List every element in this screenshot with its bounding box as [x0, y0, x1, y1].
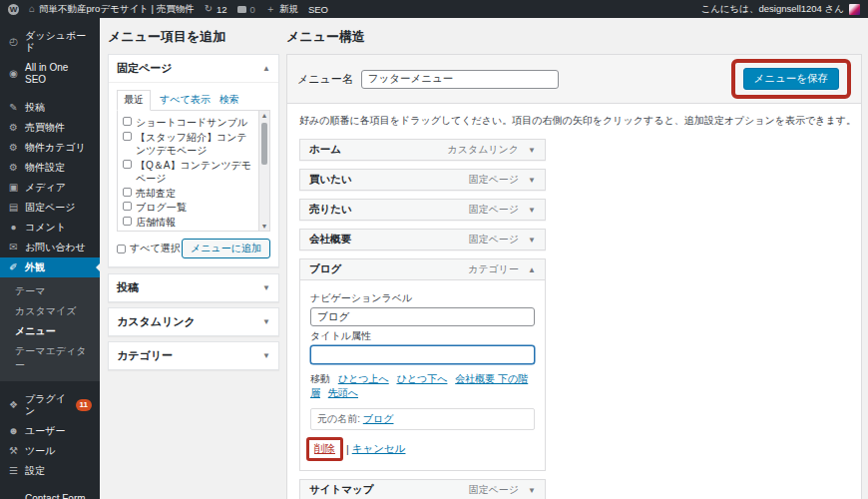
site-name-link[interactable]: ⌂ 簡単不動産proデモサイト | 売買物件	[29, 3, 195, 16]
submenu-item-theme-editor[interactable]: テーマエディター	[0, 341, 100, 375]
menu-item-company[interactable]: 会社概要 固定ページ ▼	[299, 229, 546, 250]
updates-indicator[interactable]: ↻ 12	[205, 4, 227, 15]
chevron-down-icon[interactable]: ▼	[528, 206, 536, 215]
menu-item-home[interactable]: ホーム カスタムリンク ▼	[299, 139, 546, 161]
menu-name-bar: メニュー名 メニューを保存	[287, 55, 861, 104]
add-to-menu-button[interactable]: メニューに追加	[182, 239, 270, 258]
select-all-checkbox[interactable]	[117, 245, 126, 253]
scroll-down-icon[interactable]: ▼	[259, 223, 269, 230]
comments-indicator[interactable]: 0	[237, 4, 255, 15]
menu-item-sitemap[interactable]: サイトマップ 固定ページ ▼	[299, 479, 546, 499]
pages-list-scrollbar[interactable]: ▲ ▼	[258, 111, 269, 231]
move-controls: 移動 ひとつ上へ ひとつ下へ 会社概要 下の階層 先頭へ	[310, 372, 535, 400]
menu-item-label: ブログ	[309, 262, 341, 276]
chevron-down-icon[interactable]: ▼	[262, 283, 270, 292]
checkbox[interactable]	[123, 160, 132, 169]
tab-recent[interactable]: 最近	[117, 90, 151, 111]
checkbox[interactable]	[123, 188, 132, 197]
users-icon: ☻	[8, 425, 19, 437]
custom-links-postbox[interactable]: カスタムリンク ▼	[108, 307, 279, 336]
sidebar-item-media[interactable]: ▣ メディア	[0, 178, 100, 198]
sidebar-separator	[0, 381, 100, 389]
sidebar-item-tools[interactable]: ⚒ ツール	[0, 441, 100, 461]
menu-item-sell[interactable]: 売りたい 固定ページ ▼	[299, 199, 546, 221]
checkbox[interactable]	[123, 202, 132, 211]
sidebar-item-plugins[interactable]: ❖ プラグイン 11	[0, 389, 100, 421]
user-avatar[interactable]	[849, 4, 860, 15]
gear-icon: ⚙	[8, 162, 19, 174]
title-attr-input[interactable]	[310, 345, 535, 364]
chevron-down-icon[interactable]: ▼	[528, 236, 536, 245]
checkbox[interactable]	[123, 217, 132, 226]
checkbox[interactable]	[123, 132, 132, 141]
checkbox[interactable]	[123, 117, 132, 126]
new-content-menu[interactable]: ＋ 新規	[265, 3, 298, 16]
seo-menu[interactable]: SEO	[308, 4, 328, 15]
sidebar-item-label: Contact Form DB	[25, 493, 92, 499]
sidebar-item-pages[interactable]: ▤ 固定ページ	[0, 198, 100, 218]
chevron-down-icon[interactable]: ▼	[528, 146, 536, 155]
cancel-link[interactable]: キャンセル	[352, 442, 406, 456]
add-items-title: メニュー項目を追加	[108, 28, 279, 46]
move-top-link[interactable]: 先頭へ	[328, 387, 358, 398]
gear-icon: ⚙	[8, 122, 19, 134]
posts-postbox[interactable]: 投稿 ▼	[108, 273, 279, 302]
submenu-item-customize[interactable]: カスタマイズ	[0, 301, 100, 321]
nav-label-input[interactable]	[310, 307, 535, 326]
original-name-link[interactable]: ブログ	[363, 413, 394, 424]
sidebar-item-label: コメント	[25, 222, 66, 234]
chevron-up-icon[interactable]: ▲	[262, 64, 270, 73]
sidebar-item-contact-form-db[interactable]: ⚙ Contact Form DB	[0, 489, 100, 499]
sidebar-item-users[interactable]: ☻ ユーザー	[0, 421, 100, 441]
menu-item-label: 会社概要	[309, 233, 351, 247]
menu-item-blog[interactable]: ブログ カテゴリー ▲	[299, 258, 546, 280]
sidebar-item-label: ユーザー	[25, 425, 65, 437]
sidebar-separator	[0, 481, 100, 489]
plugins-update-badge: 11	[76, 399, 92, 411]
submenu-item-themes[interactable]: テーマ	[0, 281, 100, 301]
updates-count: 12	[217, 4, 227, 15]
wordpress-logo-icon[interactable]: W	[8, 4, 19, 15]
chevron-up-icon[interactable]: ▲	[528, 265, 536, 274]
sidebar-item-dashboard[interactable]: ◴ ダッシュボード	[0, 26, 100, 58]
move-up-link[interactable]: ひとつ上へ	[338, 373, 389, 384]
chevron-down-icon[interactable]: ▼	[262, 317, 270, 326]
menu-item-type: 固定ページ	[469, 203, 519, 217]
sidebar-item-properties[interactable]: ⚙ 売買物件	[0, 118, 100, 138]
sidebar-item-appearance[interactable]: ✐ 外観	[0, 257, 100, 277]
greeting[interactable]: こんにちは、designsell1204 さん	[700, 3, 844, 16]
sidebar-item-label: 設定	[25, 465, 45, 477]
sidebar-item-posts[interactable]: ✎ 投稿	[0, 98, 100, 118]
save-menu-button[interactable]: メニューを保存	[743, 68, 839, 90]
media-icon: ▣	[8, 182, 19, 194]
sidebar-item-label: 物件カテゴリ	[25, 142, 86, 154]
sidebar-item-comments[interactable]: ● コメント	[0, 218, 100, 238]
sidebar-item-label: お問い合わせ	[25, 242, 86, 253]
new-label: 新規	[279, 3, 298, 16]
comments-count: 0	[250, 4, 255, 15]
sidebar-item-settings[interactable]: ☰ 設定	[0, 461, 100, 481]
admin-sidebar: ◴ ダッシュボード ◉ All in One SEO ✎ 投稿 ⚙ 売買物件 ⚙…	[0, 18, 100, 499]
sidebar-item-property-settings[interactable]: ⚙ 物件設定	[0, 158, 100, 178]
menu-name-input[interactable]	[361, 70, 559, 89]
scrollbar-thumb[interactable]	[261, 123, 267, 165]
move-down-link[interactable]: ひとつ下へ	[397, 373, 448, 384]
categories-postbox[interactable]: カテゴリー ▼	[108, 341, 279, 370]
menu-name-label: メニュー名	[297, 72, 353, 87]
comments-icon	[237, 6, 246, 13]
sidebar-item-property-category[interactable]: ⚙ 物件カテゴリ	[0, 138, 100, 158]
chevron-down-icon[interactable]: ▼	[528, 486, 536, 495]
sidebar-item-aioseo[interactable]: ◉ All in One SEO	[0, 58, 100, 90]
menu-item-buy[interactable]: 買いたい 固定ページ ▼	[299, 169, 546, 191]
admin-bar: W ⌂ 簡単不動産proデモサイト | 売買物件 ↻ 12 0 ＋ 新規 SEO…	[0, 0, 868, 18]
submenu-item-menus[interactable]: メニュー	[0, 321, 100, 341]
scroll-up-icon[interactable]: ▲	[259, 112, 269, 119]
chevron-down-icon[interactable]: ▼	[262, 351, 270, 360]
tab-search[interactable]: 検索	[219, 93, 239, 111]
sidebar-item-contact[interactable]: ✉ お問い合わせ	[0, 238, 100, 257]
chevron-down-icon[interactable]: ▼	[528, 176, 536, 185]
annotation-box-delete: 削除	[306, 437, 343, 461]
tab-view-all[interactable]: すべて表示	[160, 93, 211, 111]
pages-postbox-header[interactable]: 固定ページ ▲	[109, 55, 278, 82]
delete-item-link[interactable]: 削除	[314, 442, 335, 454]
